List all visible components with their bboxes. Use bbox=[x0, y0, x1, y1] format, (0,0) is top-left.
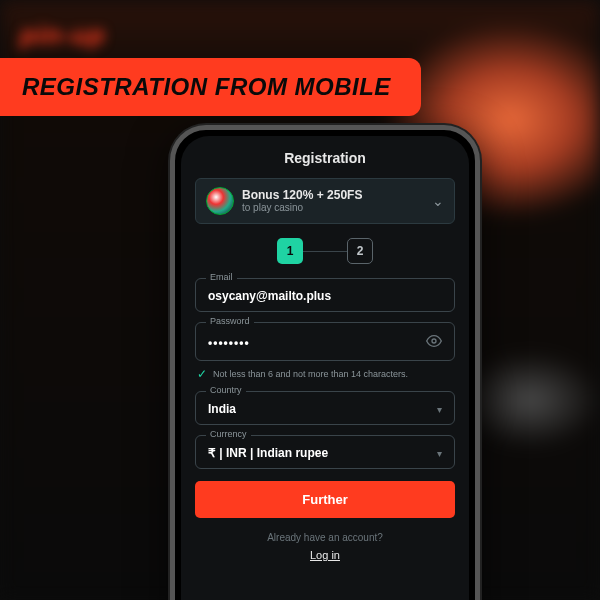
email-label: Email bbox=[206, 272, 237, 282]
bonus-text: Bonus 120% + 250FS to play casino bbox=[242, 188, 424, 214]
further-button[interactable]: Further bbox=[195, 481, 455, 518]
password-label: Password bbox=[206, 316, 254, 326]
step-indicator: 1 2 bbox=[195, 238, 455, 264]
country-label: Country bbox=[206, 385, 246, 395]
eye-icon[interactable] bbox=[426, 333, 442, 352]
login-link[interactable]: Log in bbox=[195, 549, 455, 561]
step-1: 1 bbox=[277, 238, 303, 264]
casino-chips-icon bbox=[206, 187, 234, 215]
password-hint: ✓ Not less than 6 and not more than 14 c… bbox=[197, 367, 455, 381]
hint-text: Not less than 6 and not more than 14 cha… bbox=[213, 369, 408, 379]
phone-frame: Registration Bonus 120% + 250FS to play … bbox=[170, 125, 480, 600]
currency-label: Currency bbox=[206, 429, 251, 439]
country-value: India bbox=[208, 402, 236, 416]
currency-select[interactable]: Currency ₹ | INR | Indian rupee ▾ bbox=[195, 435, 455, 469]
chevron-down-icon: ⌄ bbox=[432, 193, 444, 209]
email-value: osycany@mailto.plus bbox=[208, 289, 442, 303]
country-select[interactable]: Country India ▾ bbox=[195, 391, 455, 425]
step-2[interactable]: 2 bbox=[347, 238, 373, 264]
chevron-down-icon: ▾ bbox=[437, 448, 442, 459]
check-icon: ✓ bbox=[197, 367, 207, 381]
currency-value: ₹ | INR | Indian rupee bbox=[208, 446, 328, 460]
bonus-title: Bonus 120% + 250FS bbox=[242, 188, 424, 202]
bg-brand-logo: pin-up bbox=[20, 20, 105, 51]
chevron-down-icon: ▾ bbox=[437, 404, 442, 415]
step-connector bbox=[303, 251, 347, 252]
bonus-subtitle: to play casino bbox=[242, 202, 424, 214]
already-text: Already have an account? bbox=[195, 532, 455, 543]
email-field[interactable]: Email osycany@mailto.plus bbox=[195, 278, 455, 312]
password-value: •••••••• bbox=[208, 336, 250, 350]
page-title: Registration bbox=[195, 150, 455, 166]
svg-point-0 bbox=[432, 339, 436, 343]
overlay-banner: REGISTRATION FROM MOBILE bbox=[0, 58, 421, 116]
bonus-selector[interactable]: Bonus 120% + 250FS to play casino ⌄ bbox=[195, 178, 455, 224]
phone-screen: Registration Bonus 120% + 250FS to play … bbox=[181, 136, 469, 600]
password-field[interactable]: Password •••••••• bbox=[195, 322, 455, 361]
